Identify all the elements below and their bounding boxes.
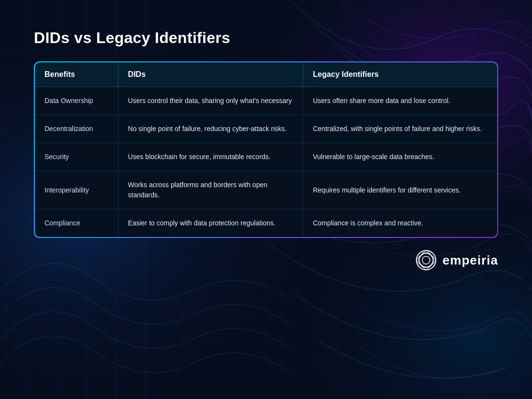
brand-name: empeiria: [443, 253, 498, 268]
cell-dids: Works across platforms and borders with …: [118, 171, 303, 209]
cell-legacy: Requires multiple identifiers for differ…: [303, 171, 497, 209]
cell-benefit: Interoperability: [35, 171, 118, 209]
table-row: Data OwnershipUsers control their data, …: [35, 87, 497, 115]
cell-benefit: Decentralization: [35, 115, 118, 143]
cell-legacy: Users often share more data and lose con…: [303, 87, 497, 115]
table-row: SecurityUses blockchain for secure, immu…: [35, 143, 497, 171]
cell-legacy: Compliance is complex and reactive.: [303, 209, 497, 237]
cell-benefit: Data Ownership: [35, 87, 118, 115]
brand-logo-icon: [415, 250, 437, 271]
col-header-legacy: Legacy Identifiers: [303, 62, 497, 87]
table-row: InteroperabilityWorks across platforms a…: [35, 171, 497, 209]
page-title: DIDs vs Legacy Identifiers: [34, 29, 498, 47]
col-header-benefits: Benefits: [35, 62, 118, 87]
cell-dids: Uses blockchain for secure, immutable re…: [118, 143, 303, 171]
table-header-row: Benefits DIDs Legacy Identifiers: [35, 62, 497, 87]
cell-dids: Easier to comply with data protection re…: [118, 209, 303, 237]
cell-benefit: Compliance: [35, 209, 118, 237]
table-row: ComplianceEasier to comply with data pro…: [35, 209, 497, 237]
col-header-dids: DIDs: [118, 62, 303, 87]
cell-benefit: Security: [35, 143, 118, 171]
brand-bar: empeiria: [34, 250, 498, 271]
cell-dids: No single point of failure, reducing cyb…: [118, 115, 303, 143]
comparison-table: Benefits DIDs Legacy Identifiers Data Ow…: [34, 61, 498, 238]
table-row: DecentralizationNo single point of failu…: [35, 115, 497, 143]
svg-point-22: [419, 253, 433, 267]
cell-dids: Users control their data, sharing only w…: [118, 87, 303, 115]
svg-point-23: [422, 256, 430, 264]
cell-legacy: Centralized, with single points of failu…: [303, 115, 497, 143]
cell-legacy: Vulnerable to large-scale data breaches.: [303, 143, 497, 171]
